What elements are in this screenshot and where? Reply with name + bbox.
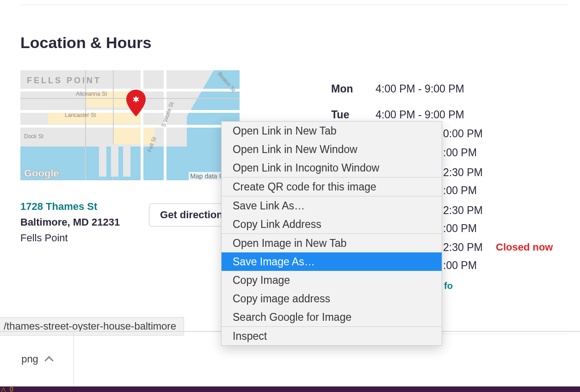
road — [20, 125, 240, 128]
hours-fragment: 2:30 PM — [443, 166, 483, 179]
ctx-copy-link-address[interactable]: Copy Link Address — [222, 215, 442, 233]
ctx-save-image-as[interactable]: Save Image As… — [222, 252, 442, 271]
status-badge: Closed now — [496, 241, 553, 253]
pier — [111, 144, 118, 177]
ctx-open-link-new-tab[interactable]: Open Link in New Tab — [222, 122, 442, 140]
road — [141, 70, 143, 180]
address-block: 1728 Thames St Baltimore, MD 21231 Fells… — [20, 199, 120, 246]
ctx-inspect[interactable]: Inspect — [222, 327, 442, 345]
ctx-create-qr[interactable]: Create QR code for this image — [222, 178, 442, 196]
map-area-label: FELLS POINT — [27, 76, 101, 86]
road-minor — [85, 70, 86, 180]
hours-time: 4:00 PM - 9:00 PM — [376, 109, 487, 121]
hours-fragment: :00 PM — [443, 222, 477, 235]
hours-fragment: 2:30 PM — [443, 241, 483, 254]
hours-fragment: :00 PM — [443, 184, 477, 197]
ctx-save-link-as[interactable]: Save Link As… — [222, 196, 442, 215]
hours-time: 4:00 PM - 9:00 PM — [376, 83, 487, 95]
ctx-open-link-incognito[interactable]: Open Link in Incognito Window — [222, 159, 442, 177]
location-map[interactable]: FELLS POINT Aliceanna St Lancaster St Do… — [20, 70, 240, 180]
ctx-open-link-new-window[interactable]: Open Link in New Window — [222, 140, 442, 159]
bottom-bar: △ 0 — [0, 386, 580, 392]
map-marker-icon — [125, 90, 147, 116]
hours-day: Tue — [331, 109, 376, 121]
street-label-lancaster: Lancaster St — [65, 112, 96, 118]
address-citystate: Baltimore, MD 21231 — [20, 214, 120, 230]
pier — [99, 144, 106, 177]
edit-link-fragment[interactable]: fo — [444, 281, 453, 291]
triangle-icon: △ 0 — [1, 386, 14, 392]
address-street-link[interactable]: 1728 Thames St — [20, 199, 120, 214]
map-block — [113, 126, 154, 144]
top-divider — [20, 5, 567, 5]
ctx-open-image-new-tab[interactable]: Open Image in New Tab — [222, 234, 442, 252]
context-menu: Open Link in New Tab Open Link in New Wi… — [221, 121, 442, 346]
address-neighborhood: Fells Point — [20, 230, 120, 246]
street-label-dock: Dock St — [24, 133, 43, 140]
hours-fragment: :00 PM — [443, 259, 477, 272]
street-label-swolfe: S Wolfe St — [160, 101, 175, 128]
download-filename-fragment: png — [21, 353, 38, 365]
hours-fragment: 0:00 PM — [443, 128, 483, 140]
hours-fragment: 2:30 PM — [443, 204, 483, 217]
hours-row-mon: Mon 4:00 PM - 9:00 PM — [331, 76, 487, 102]
ctx-copy-image-address[interactable]: Copy image address — [222, 289, 442, 308]
pier — [123, 144, 130, 177]
download-entry[interactable]: png — [0, 332, 74, 386]
chevron-up-icon — [44, 356, 54, 365]
ctx-copy-image[interactable]: Copy Image — [222, 271, 442, 289]
hours-day: Mon — [331, 83, 376, 95]
google-logo: Google — [24, 167, 59, 179]
section-title: Location & Hours — [20, 34, 151, 52]
street-label-aliceanna: Aliceanna St — [76, 91, 107, 97]
ctx-search-google-image[interactable]: Search Google for Image — [222, 308, 442, 326]
get-directions-label: Get directions — [160, 209, 228, 221]
hours-fragment: :00 PM — [443, 147, 477, 159]
